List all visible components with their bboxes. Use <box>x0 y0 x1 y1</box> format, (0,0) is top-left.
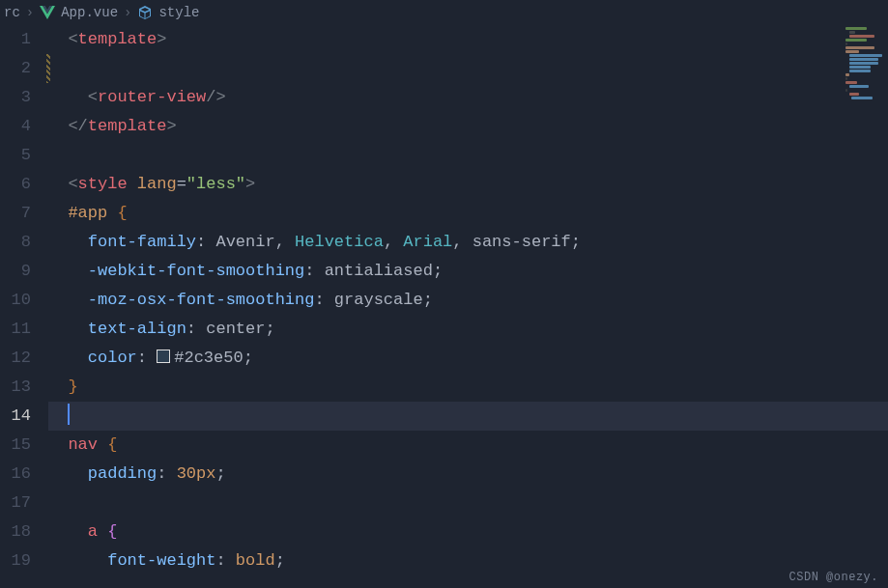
line-number: 1 <box>0 25 31 54</box>
code-line[interactable]: #app { <box>48 199 888 228</box>
code-line[interactable] <box>48 402 888 431</box>
cube-icon <box>137 5 153 20</box>
line-number: 19 <box>0 546 31 575</box>
code-line[interactable]: } <box>48 373 888 402</box>
minimap[interactable] <box>845 27 882 143</box>
chevron-right-icon: › <box>26 5 34 20</box>
chevron-right-icon: › <box>124 5 131 20</box>
line-number: 4 <box>0 112 31 141</box>
code-line[interactable]: <router-view/> <box>48 83 888 112</box>
color-swatch-icon <box>157 350 170 363</box>
vue-icon <box>40 6 55 19</box>
line-number: 8 <box>0 228 31 257</box>
line-number: 11 <box>0 315 31 344</box>
gutter: 1 2 3 4 5 6 7 8 9 10 11 12 13 14 15 16 1… <box>0 25 48 575</box>
code-line[interactable]: </template> <box>48 112 888 141</box>
breadcrumb-root[interactable]: rc <box>4 5 20 20</box>
code-line[interactable]: font-family: Avenir, Helvetica, Arial, s… <box>48 228 888 257</box>
code-line[interactable]: <style lang="less"> <box>48 170 888 199</box>
code-line[interactable]: text-align: center; <box>48 315 888 344</box>
line-number: 6 <box>0 170 31 199</box>
code-line[interactable]: nav { <box>48 431 888 460</box>
line-number: 5 <box>0 141 31 170</box>
code-line[interactable] <box>48 489 888 518</box>
code-line[interactable] <box>48 141 888 170</box>
code-line[interactable]: a { <box>48 518 888 546</box>
line-number: 16 <box>0 460 31 489</box>
code-line[interactable]: padding: 30px; <box>48 460 888 489</box>
breadcrumb[interactable]: rc › App.vue › style <box>0 0 888 25</box>
code-line[interactable]: -webkit-font-smoothing: antialiased; <box>48 257 888 286</box>
line-number: 15 <box>0 431 31 460</box>
code-content[interactable]: <template> <router-view/> </template> <s… <box>48 25 888 575</box>
line-number: 7 <box>0 199 31 228</box>
line-number: 14 <box>0 402 31 431</box>
code-line[interactable]: <template> <box>48 25 888 54</box>
line-number: 10 <box>0 286 31 315</box>
code-line[interactable]: color: #2c3e50; <box>48 344 888 373</box>
code-line[interactable]: font-weight: bold; <box>48 546 888 575</box>
line-number: 12 <box>0 344 31 373</box>
line-number: 13 <box>0 373 31 402</box>
watermark: CSDN @onezy. <box>789 571 878 584</box>
breadcrumb-symbol[interactable]: style <box>158 5 199 20</box>
cursor <box>68 404 70 425</box>
line-number: 17 <box>0 489 31 518</box>
line-number: 2 <box>0 54 31 83</box>
line-number: 18 <box>0 518 31 546</box>
line-number: 3 <box>0 83 31 112</box>
line-number: 9 <box>0 257 31 286</box>
breadcrumb-file[interactable]: App.vue <box>61 5 118 20</box>
code-editor[interactable]: 1 2 3 4 5 6 7 8 9 10 11 12 13 14 15 16 1… <box>0 25 888 575</box>
code-line[interactable]: -moz-osx-font-smoothing: grayscale; <box>48 286 888 315</box>
code-line[interactable] <box>48 54 888 83</box>
